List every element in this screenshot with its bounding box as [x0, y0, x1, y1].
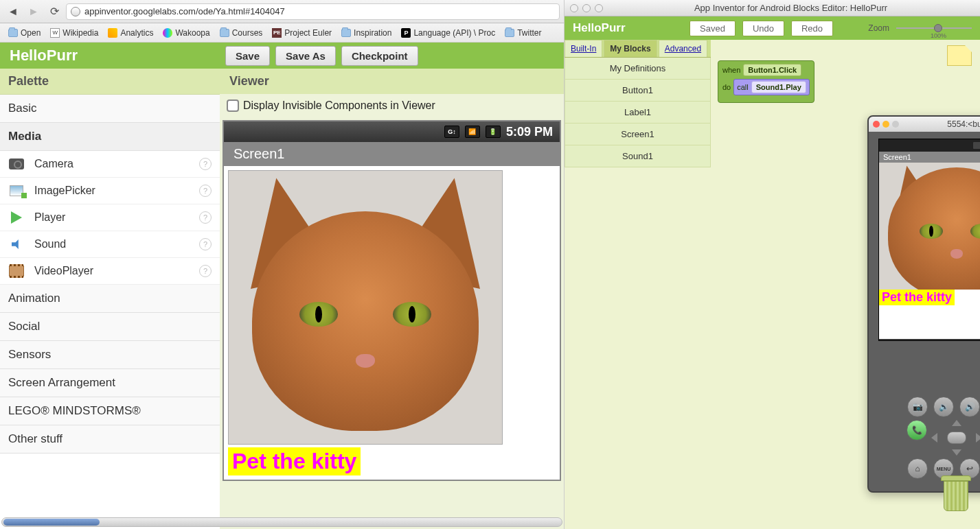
- scrollbar-thumb[interactable]: [3, 519, 100, 526]
- emulator-close-dot[interactable]: [873, 121, 880, 128]
- minimize-dot[interactable]: [582, 4, 591, 12]
- bookmark-courses[interactable]: Courses: [216, 27, 267, 39]
- emulator-window[interactable]: 5554:<build> 8:23 PM Screen1: [867, 115, 980, 493]
- side-item-button1[interactable]: Button1: [565, 80, 711, 102]
- bookmark-projecteuler[interactable]: PEProject Euler: [268, 27, 336, 39]
- side-item-label1[interactable]: Label1: [565, 102, 711, 124]
- address-bar[interactable]: appinventor.googlelabs.com/ode/Ya.html#1…: [66, 3, 560, 20]
- emulator-voldown-button[interactable]: 🔉: [933, 397, 954, 417]
- palette-group-basic[interactable]: Basic: [0, 95, 220, 123]
- palette-group-media[interactable]: Media: [0, 123, 220, 151]
- designer-header: HelloPurr Save Save As Checkpoint: [0, 43, 564, 69]
- when-event: Button1.Click: [743, 64, 801, 76]
- reload-button[interactable]: ⟳: [45, 3, 63, 20]
- bookmark-inspiration[interactable]: Inspiration: [337, 27, 396, 39]
- emulator-volup-button[interactable]: 🔊: [959, 397, 980, 417]
- tab-builtin[interactable]: Built-In: [565, 40, 602, 57]
- help-icon[interactable]: ?: [199, 185, 212, 197]
- side-item-sound1[interactable]: Sound1: [565, 145, 711, 167]
- tab-myblocks[interactable]: My Blocks: [604, 40, 657, 57]
- viewer-header: Viewer: [220, 69, 564, 94]
- folder-icon: [8, 29, 18, 37]
- zoom-dot[interactable]: [595, 4, 603, 12]
- save-button[interactable]: Save: [225, 46, 270, 66]
- zoom-slider[interactable]: 100%: [896, 24, 972, 32]
- horizontal-scrollbar[interactable]: [1, 517, 562, 527]
- battery-icon: 🔋: [486, 126, 501, 138]
- emulator-titlebar[interactable]: 5554:<build>: [869, 117, 980, 132]
- help-icon[interactable]: ?: [199, 238, 212, 250]
- palette-item-imagepicker[interactable]: ImagePicker ?: [0, 178, 220, 204]
- folder-icon: [341, 29, 351, 37]
- palette-group-animation[interactable]: Animation: [0, 285, 220, 313]
- emulator-dpad[interactable]: [933, 420, 980, 456]
- viewer-panel: Viewer Display Invisible Components in V…: [220, 69, 564, 529]
- bookmarks-bar: Open WWikipedia Analytics Wakoopa Course…: [0, 23, 564, 43]
- emulator-minimize-dot[interactable]: [882, 121, 889, 128]
- player-icon: [8, 211, 25, 224]
- palette-group-other[interactable]: Other stuff: [0, 425, 220, 454]
- label1[interactable]: Pet the kitty: [228, 447, 361, 475]
- palette-group-lego[interactable]: LEGO® MINDSTORMS®: [0, 397, 220, 425]
- dpad-center[interactable]: [947, 432, 966, 444]
- back-button[interactable]: ◄: [4, 3, 22, 20]
- palette-group-screen[interactable]: Screen Arrangement: [0, 369, 220, 397]
- display-invisible-checkbox[interactable]: [227, 99, 239, 112]
- folder-icon: [505, 29, 514, 37]
- bookmark-analytics[interactable]: Analytics: [104, 27, 157, 39]
- save-as-button[interactable]: Save As: [275, 46, 336, 66]
- emulator-zoom-dot[interactable]: [892, 121, 899, 128]
- bookmark-wikipedia[interactable]: WWikipedia: [46, 27, 102, 39]
- side-item-mydefinitions[interactable]: My Definitions: [565, 58, 711, 80]
- help-icon[interactable]: ?: [199, 265, 212, 277]
- sync-icon: G↕: [444, 126, 459, 138]
- undo-button[interactable]: Undo: [742, 21, 784, 36]
- emulator-camera-button[interactable]: 📷: [907, 397, 928, 417]
- redo-button[interactable]: Redo: [791, 21, 833, 36]
- bookmark-twitter[interactable]: Twitter: [501, 27, 545, 39]
- saved-status: Saved: [690, 21, 736, 36]
- blocks-canvas[interactable]: when Button1.Click do call Sound1.Play: [711, 40, 980, 529]
- close-dot[interactable]: [570, 4, 578, 12]
- video-icon: [8, 264, 25, 278]
- palette-group-sensors[interactable]: Sensors: [0, 341, 220, 369]
- project-title: HelloPurr: [0, 47, 220, 64]
- palette-item-player[interactable]: Player ?: [0, 204, 220, 231]
- url-text: appinventor.googlelabs.com/ode/Ya.html#1…: [84, 6, 285, 16]
- checkpoint-button[interactable]: Checkpoint: [341, 46, 418, 66]
- call-block[interactable]: call Sound1.Play: [733, 79, 810, 95]
- site-icon: [71, 7, 80, 16]
- emulator-home-button[interactable]: ⌂: [907, 458, 928, 479]
- bookmark-language[interactable]: PLanguage (API) \ Proc: [397, 27, 499, 39]
- when-keyword: when: [722, 66, 740, 74]
- processing-icon: P: [401, 28, 411, 38]
- wakoopa-icon: [163, 28, 172, 38]
- help-icon[interactable]: ?: [199, 211, 212, 224]
- display-invisible-label: Display Invisible Components in Viewer: [243, 99, 435, 112]
- side-item-screen1[interactable]: Screen1: [565, 124, 711, 145]
- page-corner[interactable]: [947, 45, 972, 66]
- phone-status-bar: G↕ 📶 🔋 5:09 PM: [224, 121, 560, 142]
- palette-group-social[interactable]: Social: [0, 313, 220, 341]
- button1-image[interactable]: [228, 170, 503, 445]
- trash-icon[interactable]: [940, 475, 972, 514]
- bookmark-open[interactable]: Open: [4, 27, 45, 39]
- forward-button[interactable]: ►: [25, 3, 43, 20]
- tab-advanced[interactable]: Advanced: [659, 40, 707, 57]
- emulator-status-bar: 8:23 PM: [879, 139, 980, 152]
- emulator-screen: 8:23 PM Screen1 Pet the kitty: [878, 139, 980, 341]
- palette-item-videoplayer[interactable]: VideoPlayer ?: [0, 258, 220, 285]
- palette-item-camera[interactable]: Camera ?: [0, 151, 220, 178]
- palette-item-sound[interactable]: Sound ?: [0, 231, 220, 258]
- window-titlebar[interactable]: App Inventor for Android Blocks Editor: …: [565, 0, 980, 16]
- window-title: App Inventor for Android Blocks Editor: …: [607, 3, 975, 13]
- emulator-label1: Pet the kitty: [879, 290, 955, 305]
- emulator-call-button[interactable]: 📞: [907, 420, 927, 440]
- bookmark-wakoopa[interactable]: Wakoopa: [159, 27, 214, 39]
- help-icon[interactable]: ?: [199, 158, 212, 170]
- call-action: Sound1.Play: [751, 81, 806, 93]
- blocks-toolbar: HelloPurr Saved Undo Redo Zoom 100%: [565, 16, 980, 40]
- phone-preview: G↕ 📶 🔋 5:09 PM Screen1 Pet the kitty: [223, 120, 561, 481]
- emulator-button1[interactable]: [879, 163, 980, 290]
- when-block[interactable]: when Button1.Click do call Sound1.Play: [718, 60, 814, 103]
